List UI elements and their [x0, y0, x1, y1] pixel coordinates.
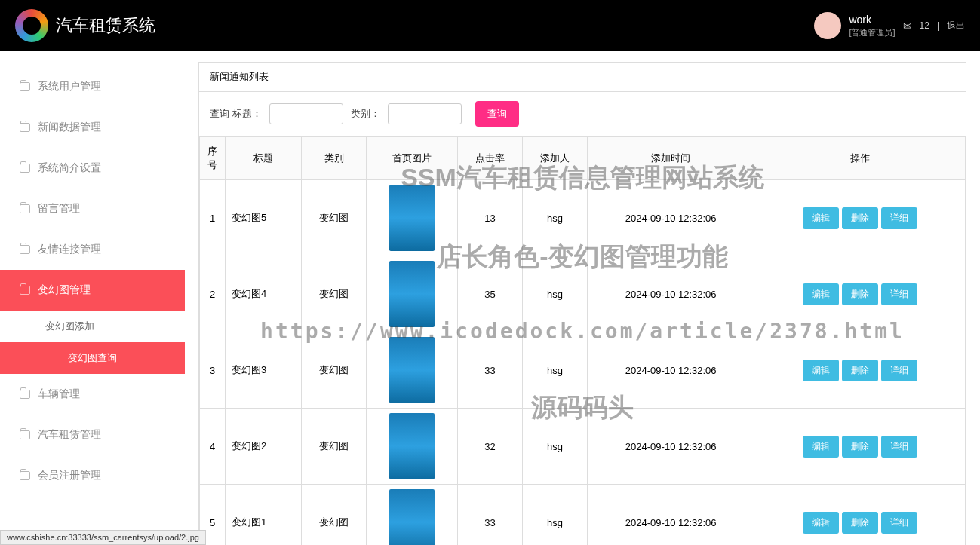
cell-adder: hsg [523, 180, 588, 256]
edit-button[interactable]: 编辑 [803, 283, 839, 305]
cell-hits: 33 [458, 332, 523, 409]
sidebar: 系统用户管理 新闻数据管理 系统简介设置 留言管理 友情连接管理 变幻图管理 变… [0, 51, 185, 545]
cell-adder: hsg [523, 332, 588, 409]
detail-button[interactable]: 详细 [881, 207, 917, 229]
folder-icon [20, 245, 30, 254]
folder-icon [20, 430, 30, 439]
thumbnail-image[interactable] [389, 489, 435, 545]
table-header: 点击率 [458, 137, 523, 180]
edit-button[interactable]: 编辑 [803, 360, 839, 381]
cell-image [367, 409, 458, 485]
cell-index: 3 [200, 332, 226, 409]
sidebar-item-slides[interactable]: 变幻图管理 [0, 270, 185, 311]
sidebar-item-rentals[interactable]: 汽车租赁管理 [0, 415, 185, 455]
cell-adder: hsg [523, 485, 588, 546]
cell-actions: 编辑删除详细 [754, 409, 966, 485]
cell-category: 变幻图 [302, 180, 367, 256]
cell-adder: hsg [523, 409, 588, 485]
edit-button[interactable]: 编辑 [803, 512, 839, 534]
edit-button[interactable]: 编辑 [803, 436, 839, 458]
table-header: 类别 [302, 137, 367, 180]
site-title: 汽车租赁系统 [56, 14, 155, 37]
cell-adder: hsg [523, 256, 588, 332]
cell-actions: 编辑删除详细 [754, 332, 966, 409]
username: work [849, 14, 895, 26]
folder-icon [20, 204, 30, 213]
table-header: 操作 [754, 137, 966, 180]
cell-index: 4 [200, 409, 226, 485]
sidebar-sub-query[interactable]: 变幻图查询 [0, 342, 185, 374]
cell-hits: 32 [458, 409, 523, 485]
cell-time: 2024-09-10 12:32:06 [588, 332, 754, 409]
table-row: 4变幻图2变幻图32hsg2024-09-10 12:32:06编辑删除详细 [200, 409, 966, 485]
thumbnail-image[interactable] [389, 413, 435, 479]
logout-link[interactable]: 退出 [947, 20, 965, 32]
table-row: 3变幻图3变幻图33hsg2024-09-10 12:32:06编辑删除详细 [200, 332, 966, 409]
panel-title: 新闻通知列表 [199, 63, 966, 92]
cell-image [367, 485, 458, 546]
cell-title: 变幻图3 [226, 332, 302, 409]
sidebar-item-cars[interactable]: 车辆管理 [0, 374, 185, 415]
sidebar-sub-add[interactable]: 变幻图添加 [0, 311, 185, 342]
delete-button[interactable]: 删除 [842, 360, 878, 381]
header-right: work [普通管理员] ✉ 12 | 退出 [814, 12, 965, 39]
cell-actions: 编辑删除详细 [754, 180, 966, 256]
table-row: 5变幻图1变幻图33hsg2024-09-10 12:32:06编辑删除详细 [200, 485, 966, 546]
search-button[interactable]: 查询 [475, 101, 519, 127]
cell-title: 变幻图1 [226, 485, 302, 546]
table-header: 添加时间 [588, 137, 754, 180]
detail-button[interactable]: 详细 [881, 512, 917, 534]
table-header: 序号 [200, 137, 226, 180]
table-header: 标题 [226, 137, 302, 180]
cell-image [367, 180, 458, 256]
avatar[interactable] [814, 12, 841, 39]
detail-button[interactable]: 详细 [881, 436, 917, 458]
cell-image [367, 332, 458, 409]
cell-hits: 13 [458, 180, 523, 256]
sidebar-item-users[interactable]: 系统用户管理 [0, 66, 185, 107]
input-title[interactable] [269, 103, 343, 124]
delete-button[interactable]: 删除 [842, 436, 878, 458]
input-category[interactable] [388, 103, 462, 124]
folder-icon [20, 82, 30, 91]
delete-button[interactable]: 删除 [842, 207, 878, 229]
cell-category: 变幻图 [302, 485, 367, 546]
delete-button[interactable]: 删除 [842, 512, 878, 534]
cell-title: 变幻图4 [226, 256, 302, 332]
cell-time: 2024-09-10 12:32:06 [588, 485, 754, 546]
folder-icon [20, 164, 30, 173]
mail-icon[interactable]: ✉ [903, 20, 912, 32]
sidebar-item-intro[interactable]: 系统简介设置 [0, 148, 185, 188]
cell-category: 变幻图 [302, 256, 367, 332]
cell-actions: 编辑删除详细 [754, 256, 966, 332]
folder-icon [20, 123, 30, 132]
delete-button[interactable]: 删除 [842, 283, 878, 305]
cell-actions: 编辑删除详细 [754, 485, 966, 546]
user-meta: work [普通管理员] [849, 14, 895, 38]
sidebar-item-news[interactable]: 新闻数据管理 [0, 107, 185, 148]
sidebar-item-links[interactable]: 友情连接管理 [0, 229, 185, 270]
cell-index: 1 [200, 180, 226, 256]
table-row: 2变幻图4变幻图35hsg2024-09-10 12:32:06编辑删除详细 [200, 256, 966, 332]
main-content: SSM汽车租赁信息管理网站系统 店长角色-变幻图管理功能 https://www… [185, 51, 980, 545]
table-header: 首页图片 [367, 137, 458, 180]
detail-button[interactable]: 详细 [881, 360, 917, 381]
panel: 新闻通知列表 查询 标题： 类别： 查询 序号标题类别首页图片点击率添加人添加时… [198, 62, 966, 545]
thumbnail-image[interactable] [389, 261, 435, 327]
cell-image [367, 256, 458, 332]
cell-time: 2024-09-10 12:32:06 [588, 180, 754, 256]
table-row: 1变幻图5变幻图13hsg2024-09-10 12:32:06编辑删除详细 [200, 180, 966, 256]
logo-icon [15, 9, 48, 42]
sidebar-item-members[interactable]: 会员注册管理 [0, 455, 185, 496]
user-role: [普通管理员] [849, 27, 895, 38]
detail-button[interactable]: 详细 [881, 283, 917, 305]
cell-category: 变幻图 [302, 409, 367, 485]
label-category: 类别： [351, 107, 380, 121]
sidebar-item-messages[interactable]: 留言管理 [0, 188, 185, 229]
cell-time: 2024-09-10 12:32:06 [588, 256, 754, 332]
data-table: 序号标题类别首页图片点击率添加人添加时间操作 1变幻图5变幻图13hsg2024… [199, 136, 966, 545]
thumbnail-image[interactable] [389, 185, 435, 251]
thumbnail-image[interactable] [389, 337, 435, 403]
status-bar: www.csbishe.cn:33333/ssm_carrentsys/uplo… [0, 530, 206, 545]
edit-button[interactable]: 编辑 [803, 207, 839, 229]
